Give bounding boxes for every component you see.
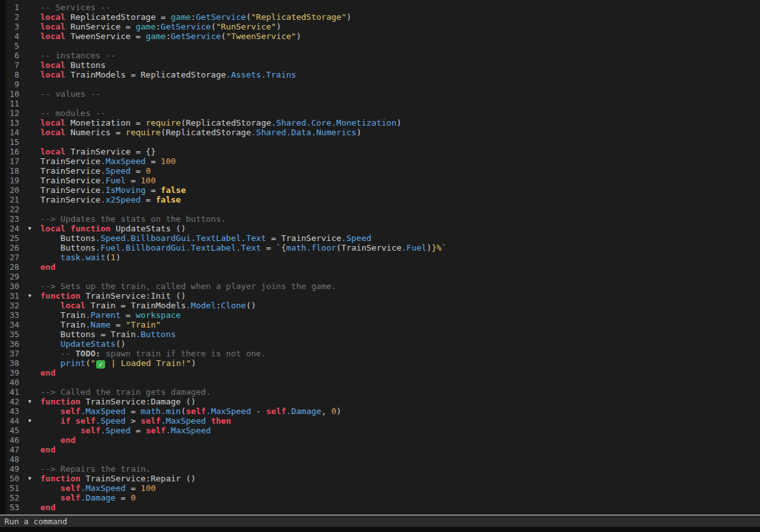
code-line[interactable]: 28end [6,262,760,272]
code-line[interactable]: 11 [6,99,760,108]
code-line[interactable]: 34 Train.Name = "Train" [6,320,760,329]
line-number[interactable]: 19 [6,176,19,185]
code-line[interactable]: 8local TrainModels = ReplicatedStorage.A… [6,70,760,79]
line-number[interactable]: 32 [6,301,19,310]
code-line[interactable]: 36 UpdateStats() [6,339,760,349]
code-line[interactable]: 21TrainService.x2Speed = false [6,195,760,204]
code-line[interactable]: 52 self.Damage = 0 [6,493,760,503]
line-number[interactable]: 20 [6,185,19,195]
code-line[interactable]: 17TrainService.MaxSpeed = 100 [6,156,760,166]
fold-arrow-icon[interactable]: ▼ [19,291,40,301]
command-bar-input[interactable] [0,515,760,527]
code-line[interactable]: 14local Numerics = require(ReplicatedSto… [6,128,760,137]
line-number[interactable]: 50 [6,474,19,483]
line-number[interactable]: 16 [6,147,19,156]
code-line[interactable]: 46 end [6,435,760,445]
code-line[interactable]: 40 [6,378,760,387]
line-number[interactable]: 40 [6,378,19,387]
line-number[interactable]: 1 [6,3,19,12]
line-number[interactable]: 47 [6,445,19,454]
line-number[interactable]: 43 [6,406,19,416]
code-line[interactable]: 50▼function TrainService:Repair () [6,474,760,483]
line-number[interactable]: 3 [6,22,19,31]
line-number[interactable]: 17 [6,156,19,166]
line-number[interactable]: 8 [6,70,19,79]
code-line[interactable]: 25 Buttons.Speed.BillboardGui.TextLabel.… [6,233,760,243]
code-line[interactable]: 19TrainService.Fuel = 100 [6,176,760,185]
line-number[interactable]: 13 [6,118,19,128]
code-line[interactable]: 20TrainService.IsMoving = false [6,185,760,195]
line-number[interactable]: 9 [6,79,19,89]
line-number[interactable]: 12 [6,108,19,118]
line-number[interactable]: 6 [6,51,19,60]
code-area[interactable]: 1-- Services --2local ReplicatedStorage … [6,0,760,515]
code-line[interactable]: 51 self.MaxSpeed = 100 [6,483,760,493]
code-line[interactable]: 30--> Sets up the train, called when a p… [6,281,760,291]
code-line[interactable]: 1-- Services -- [6,3,760,12]
line-number[interactable]: 4 [6,31,19,41]
line-number[interactable]: 35 [6,329,19,339]
line-number[interactable]: 48 [6,454,19,464]
fold-arrow-icon[interactable]: ▼ [19,397,40,406]
fold-arrow-icon[interactable]: ▼ [19,474,40,483]
line-number[interactable]: 44 [6,416,19,426]
line-number[interactable]: 22 [6,204,19,214]
code-line[interactable]: 33 Train.Parent = workspace [6,310,760,320]
line-number[interactable]: 49 [6,464,19,474]
line-number[interactable]: 25 [6,233,19,243]
code-line[interactable]: 31▼function TrainService:Init () [6,291,760,301]
code-line[interactable]: 29 [6,272,760,281]
line-number[interactable]: 21 [6,195,19,204]
code-line[interactable]: 16local TrainService = {} [6,147,760,156]
code-line[interactable]: 23--> Updates the stats on the buttons. [6,214,760,224]
code-line[interactable]: 32 local Train = TrainModels.Model:Clone… [6,301,760,310]
code-line[interactable]: 37 -- TODO: spawn train if there is not … [6,349,760,358]
code-line[interactable]: 41--> Called the train gets damaged. [6,387,760,397]
code-line[interactable]: 9 [6,79,760,89]
line-number[interactable]: 46 [6,435,19,445]
line-number[interactable]: 37 [6,349,19,358]
code-editor[interactable]: 1-- Services --2local ReplicatedStorage … [0,0,760,515]
line-number[interactable]: 11 [6,99,19,108]
code-line[interactable]: 27 task.wait(1) [6,253,760,262]
line-number[interactable]: 5 [6,41,19,51]
code-line[interactable]: 24▼local function UpdateStats () [6,224,760,233]
line-number[interactable]: 28 [6,262,19,272]
line-number[interactable]: 36 [6,339,19,349]
code-line[interactable]: 22 [6,204,760,214]
code-line[interactable]: 35 Buttons = Train.Buttons [6,329,760,339]
line-number[interactable]: 38 [6,358,19,368]
code-line[interactable]: 5 [6,41,760,51]
code-line[interactable]: 18TrainService.Speed = 0 [6,166,760,176]
line-number[interactable]: 7 [6,60,19,70]
code-line[interactable]: 53end [6,503,760,512]
line-number[interactable]: 18 [6,166,19,176]
line-number[interactable]: 53 [6,503,19,512]
line-number[interactable]: 24 [6,224,19,233]
code-line[interactable]: 15 [6,137,760,147]
line-number[interactable]: 30 [6,281,19,291]
line-number[interactable]: 29 [6,272,19,281]
line-number[interactable]: 10 [6,89,19,99]
code-line[interactable]: 43 self.MaxSpeed = math.min(self.MaxSpee… [6,406,760,416]
line-number[interactable]: 42 [6,397,19,406]
line-number[interactable]: 41 [6,387,19,397]
code-line[interactable]: 44▼ if self.Speed > self.MaxSpeed then [6,416,760,426]
code-line[interactable]: 47end [6,445,760,454]
code-line[interactable]: 38 print("✓ | Loaded Train!") [6,358,760,368]
line-number[interactable]: 45 [6,426,19,435]
line-number[interactable]: 15 [6,137,19,147]
code-line[interactable]: 48 [6,454,760,464]
line-number[interactable]: 14 [6,128,19,137]
line-number[interactable]: 39 [6,368,19,378]
code-line[interactable]: 39end [6,368,760,378]
command-bar[interactable] [0,515,760,527]
line-number[interactable]: 2 [6,12,19,22]
line-number[interactable]: 26 [6,243,19,253]
line-number[interactable]: 31 [6,291,19,301]
code-line[interactable]: 49--> Repairs the train. [6,464,760,474]
fold-arrow-icon[interactable]: ▼ [19,224,40,233]
code-line[interactable]: 6-- instances -- [6,51,760,60]
line-number[interactable]: 33 [6,310,19,320]
code-line[interactable]: 2local ReplicatedStorage = game:GetServi… [6,12,760,22]
